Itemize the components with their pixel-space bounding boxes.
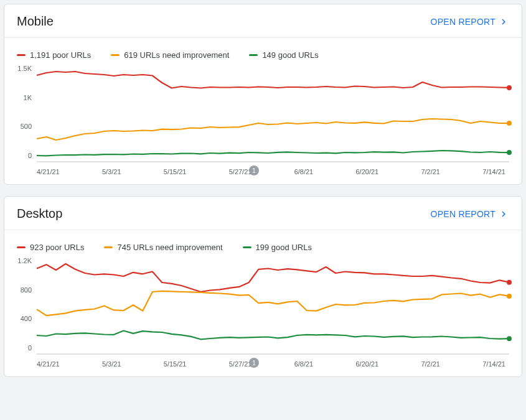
chart-series-line <box>37 119 509 140</box>
legend-dash-icon <box>249 54 258 56</box>
open-report-link[interactable]: OPEN REPORT <box>431 208 509 220</box>
chart-endpoint-dot <box>507 150 512 155</box>
chart-series-line <box>37 291 509 315</box>
chart-endpoint-dot <box>507 336 512 341</box>
legend-item-needs-improvement: 619 URLs need improvement <box>111 50 229 60</box>
card-header: Mobile OPEN REPORT <box>4 4 522 35</box>
y-tick: 1.2K <box>13 257 32 264</box>
chart-endpoint-dot <box>507 280 512 285</box>
y-tick: 1.5K <box>13 65 32 72</box>
x-tick: 6/8/21 <box>294 360 314 368</box>
x-tick: 7/14/21 <box>482 168 505 175</box>
chart-legend: 1,191 poor URLs 619 URLs need improvemen… <box>4 38 522 65</box>
x-axis-labels: 4/21/215/3/215/15/215/27/216/8/216/20/21… <box>37 354 509 368</box>
legend-dash-icon <box>243 246 251 248</box>
chart-series-line <box>37 331 509 340</box>
desktop-card: Desktop OPEN REPORT 923 poor URLs 745 UR… <box>4 196 522 377</box>
panel-title: Desktop <box>17 207 62 221</box>
y-tick: 1K <box>13 94 32 101</box>
x-tick: 5/27/21 <box>229 168 252 175</box>
chart-endpoint-dot <box>507 121 512 126</box>
x-tick: 7/2/21 <box>421 360 440 368</box>
x-tick: 5/15/21 <box>164 360 187 368</box>
chart-plot: 1 <box>37 68 509 162</box>
chart-series-line <box>37 151 509 156</box>
chart-endpoint-dot <box>507 294 512 299</box>
open-report-link[interactable]: OPEN REPORT <box>431 16 509 27</box>
legend-item-needs-improvement: 745 URLs need improvement <box>104 243 222 252</box>
x-tick: 7/2/21 <box>421 168 440 175</box>
legend-item-good: 149 good URLs <box>249 50 318 60</box>
legend-dash-icon <box>17 54 26 56</box>
y-tick: 800 <box>13 286 32 294</box>
chart-area: 1.2K8004000 1 4/21/215/3/215/15/215/27/2… <box>4 257 522 369</box>
legend-label: 149 good URLs <box>262 50 318 60</box>
chart-series-line <box>37 72 509 88</box>
legend-dash-icon <box>104 246 113 248</box>
legend-label: 199 good URLs <box>256 243 312 252</box>
x-tick: 5/3/21 <box>102 168 121 175</box>
y-tick: 0 <box>13 152 32 159</box>
chart-area: 1.5K1K5000 1 4/21/215/3/215/15/215/27/21… <box>4 65 522 177</box>
annotation-marker[interactable]: 1 <box>249 358 259 368</box>
x-tick: 6/20/21 <box>355 360 378 368</box>
panel-title: Mobile <box>17 14 54 29</box>
legend-dash-icon <box>17 246 26 248</box>
y-axis-labels: 1.2K8004000 <box>13 257 32 352</box>
x-axis-labels: 4/21/215/3/215/15/215/27/216/8/216/20/21… <box>37 162 509 175</box>
y-tick: 0 <box>13 344 32 352</box>
chart-plot: 1 <box>37 261 509 354</box>
chart-svg <box>37 261 509 354</box>
chart-endpoint-dot <box>507 85 512 90</box>
legend-item-poor: 1,191 poor URLs <box>17 50 91 60</box>
x-tick: 6/20/21 <box>355 168 378 175</box>
chart-svg <box>37 68 509 162</box>
open-report-label: OPEN REPORT <box>431 209 495 219</box>
annotation-marker[interactable]: 1 <box>249 166 259 175</box>
card-header: Desktop OPEN REPORT <box>4 197 522 227</box>
chevron-right-icon <box>498 208 509 220</box>
x-tick: 5/3/21 <box>102 360 121 368</box>
x-tick: 4/21/21 <box>37 168 60 175</box>
legend-label: 619 URLs need improvement <box>124 50 229 60</box>
chart-legend: 923 poor URLs 745 URLs need improvement … <box>4 230 522 257</box>
y-axis-labels: 1.5K1K5000 <box>13 65 32 159</box>
mobile-card: Mobile OPEN REPORT 1,191 poor URLs 619 U… <box>4 4 522 185</box>
y-tick: 500 <box>13 123 32 130</box>
x-tick: 5/27/21 <box>229 360 252 368</box>
legend-item-poor: 923 poor URLs <box>17 243 84 252</box>
x-tick: 5/15/21 <box>164 168 187 175</box>
open-report-label: OPEN REPORT <box>431 17 495 27</box>
legend-label: 923 poor URLs <box>30 243 84 252</box>
y-tick: 400 <box>13 315 32 322</box>
x-tick: 7/14/21 <box>482 360 505 368</box>
legend-item-good: 199 good URLs <box>243 243 312 252</box>
x-tick: 6/8/21 <box>294 168 314 175</box>
chevron-right-icon <box>498 16 509 27</box>
legend-dash-icon <box>111 54 120 56</box>
chart-series-line <box>37 264 509 292</box>
x-tick: 4/21/21 <box>37 360 60 368</box>
legend-label: 1,191 poor URLs <box>30 50 91 60</box>
legend-label: 745 URLs need improvement <box>117 243 222 252</box>
